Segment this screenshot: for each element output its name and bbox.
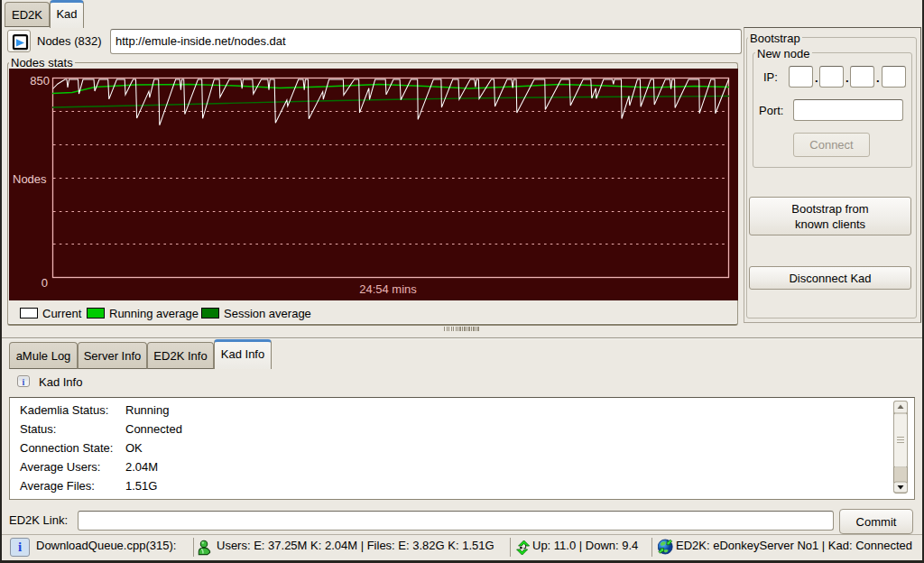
svg-text:24:54 mins: 24:54 mins	[359, 282, 417, 296]
svg-text:Nodes: Nodes	[13, 172, 47, 186]
svg-text:850: 850	[30, 74, 50, 88]
svg-text:i: i	[23, 377, 25, 387]
svg-text:0: 0	[42, 276, 48, 290]
